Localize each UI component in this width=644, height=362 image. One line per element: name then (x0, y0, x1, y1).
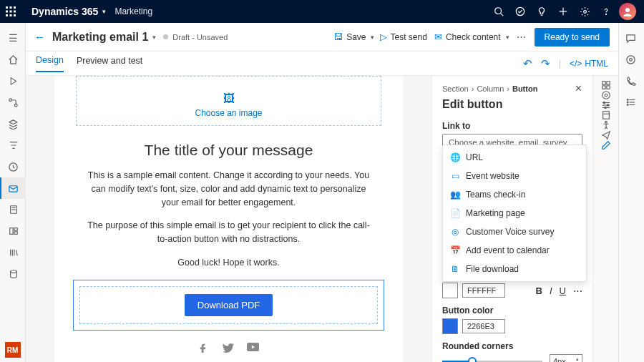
theme-icon[interactable] (601, 110, 611, 120)
assistant-icon[interactable] (619, 49, 645, 70)
tasks-icon[interactable] (619, 92, 645, 113)
email-paragraph[interactable]: This is a sample email content. Change i… (76, 169, 381, 209)
back-button[interactable]: ← (34, 31, 45, 43)
tab-design[interactable]: Design (36, 55, 64, 72)
option-file-download[interactable]: 🗎File download (443, 260, 586, 278)
svg-rect-8 (14, 14, 16, 16)
svg-rect-27 (14, 232, 16, 235)
send-icon[interactable] (601, 130, 611, 140)
library-icon[interactable] (0, 242, 26, 263)
redo-button[interactable]: ↷ (541, 57, 550, 70)
play-icon[interactable] (0, 70, 26, 92)
button-block-selected[interactable]: Download PDF (73, 280, 384, 331)
rounded-corners-input[interactable]: 4px ▴▾ (550, 354, 582, 362)
close-icon[interactable]: ✕ (575, 83, 582, 94)
left-nav-rail: ☰ RM (0, 23, 26, 362)
svg-point-56 (627, 104, 628, 106)
button-color-swatch[interactable] (442, 318, 458, 334)
template-icon[interactable] (0, 220, 26, 242)
svg-line-31 (16, 250, 17, 256)
survey-icon: ◎ (450, 227, 460, 237)
chevron-down-icon[interactable]: ▾ (152, 34, 156, 41)
email-icon[interactable] (0, 177, 26, 199)
save-button[interactable]: 🖫Save (333, 31, 366, 42)
journey-icon[interactable] (0, 92, 26, 113)
more-format-icon[interactable]: ⋯ (573, 285, 582, 296)
tab-preview[interactable]: Preview and test (77, 56, 142, 72)
help-icon[interactable] (595, 0, 617, 23)
data-icon[interactable] (0, 263, 26, 285)
image-placeholder[interactable]: 🖼 Choose an image (76, 76, 381, 126)
svg-rect-4 (10, 11, 12, 13)
cta-button[interactable]: Download PDF (185, 294, 273, 316)
svg-rect-34 (602, 82, 605, 84)
add-icon[interactable] (552, 0, 574, 23)
save-dropdown[interactable]: ▾ (369, 34, 374, 41)
youtube-icon[interactable] (247, 342, 259, 353)
module-label[interactable]: Marketing (114, 6, 152, 16)
layers-icon[interactable] (0, 113, 26, 134)
underline-button[interactable]: U (560, 285, 566, 296)
persona-badge[interactable]: RM (5, 342, 21, 358)
chevron-down-icon[interactable]: ▾ (102, 8, 106, 15)
more-commands-icon[interactable]: ⋯ (517, 31, 526, 42)
sliders-icon[interactable] (601, 100, 611, 110)
svg-rect-0 (6, 6, 8, 9)
clock-icon[interactable] (0, 156, 26, 177)
email-canvas[interactable]: 🖼 Choose an image The title of your mess… (26, 76, 431, 362)
brand-label: Dynamics 365 (31, 6, 98, 17)
test-send-button[interactable]: ▷Test send (380, 31, 427, 42)
app-launcher-icon[interactable] (6, 6, 29, 16)
hamburger-icon[interactable]: ☰ (0, 27, 26, 49)
option-teams-checkin[interactable]: 👥Teams check-in (443, 185, 586, 204)
svg-point-54 (627, 99, 628, 101)
facebook-icon[interactable] (199, 342, 210, 353)
svg-point-50 (630, 58, 633, 61)
globe-icon: 🌐 (450, 152, 460, 162)
stepper-icon[interactable]: ▴▾ (576, 356, 579, 362)
breadcrumb-section[interactable]: Section (442, 84, 469, 93)
teams-icon: 👥 (450, 190, 460, 200)
svg-rect-37 (606, 86, 609, 89)
option-event-website[interactable]: ▭Event website (443, 167, 586, 185)
undo-button[interactable]: ↶ (523, 57, 532, 70)
lightbulb-icon[interactable] (531, 0, 552, 23)
avatar[interactable] (617, 0, 638, 23)
email-paragraph[interactable]: Good luck! Hope it works. (76, 256, 381, 270)
font-color-input[interactable]: FFFFFF (462, 283, 505, 298)
phone-icon[interactable] (619, 70, 645, 92)
button-color-input[interactable]: 2266E3 (462, 319, 505, 333)
option-url[interactable]: 🌐URL (443, 148, 586, 167)
bold-button[interactable]: B (536, 285, 542, 296)
file-icon: 🗎 (450, 264, 460, 274)
html-toggle[interactable]: </>HTML (570, 59, 608, 69)
search-icon[interactable] (488, 0, 509, 23)
option-add-calendar[interactable]: 📅Add event to calendar (443, 241, 586, 260)
twitter-icon[interactable] (223, 342, 234, 353)
email-title[interactable]: The title of your message (76, 142, 381, 159)
ready-to-send-button[interactable]: Ready to send (535, 28, 610, 47)
rounded-corners-slider[interactable] (442, 356, 542, 362)
settings-icon[interactable] (574, 0, 595, 23)
window-icon: ▭ (450, 171, 460, 181)
svg-rect-5 (14, 11, 16, 13)
settings-rail-icon[interactable] (601, 90, 611, 100)
link-to-options: 🌐URL ▭Event website 👥Teams check-in 📄Mar… (442, 145, 587, 282)
choose-image-label: Choose an image (195, 108, 262, 118)
check-content-button[interactable]: ✉Check content▾ (434, 31, 509, 42)
filter-icon[interactable] (0, 134, 26, 156)
option-marketing-page[interactable]: 📄Marketing page (443, 204, 586, 222)
italic-button[interactable]: I (550, 285, 552, 296)
form-icon[interactable] (0, 199, 26, 220)
chat-icon[interactable] (619, 27, 645, 49)
task-icon[interactable] (509, 0, 531, 23)
page-icon: 📄 (450, 208, 460, 218)
home-icon[interactable] (0, 49, 26, 70)
edit-icon[interactable] (601, 140, 611, 150)
font-color-swatch[interactable] (442, 283, 458, 298)
elements-icon[interactable] (601, 80, 611, 90)
a11y-icon[interactable] (601, 120, 611, 130)
option-customer-voice[interactable]: ◎Customer Voice survey (443, 222, 586, 241)
email-paragraph[interactable]: The purpose of this simple email is to g… (76, 219, 381, 246)
breadcrumb-column[interactable]: Column (477, 84, 504, 93)
